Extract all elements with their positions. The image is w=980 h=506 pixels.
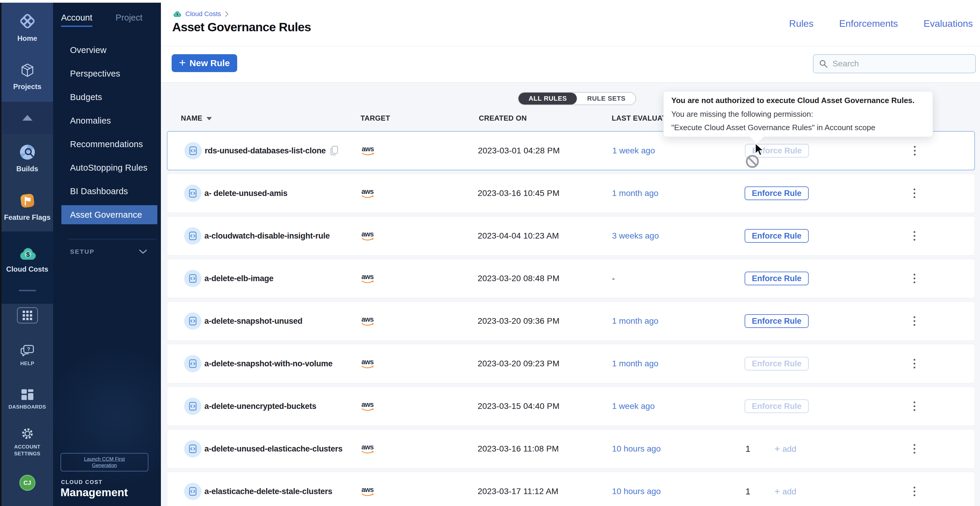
created-on-value: 2023-04-04 10:23 AM (477, 231, 559, 241)
toggle-all-rules[interactable]: ALL RULES (519, 93, 577, 105)
sidebar-setup-toggle[interactable]: SETUP (70, 244, 148, 259)
search-input[interactable] (832, 59, 970, 68)
last-evaluation-link[interactable]: 3 weeks ago (612, 231, 659, 241)
rail-item-feature-flags[interactable]: Feature Flags (2, 182, 53, 231)
last-evaluation-link[interactable]: 10 hours ago (612, 444, 660, 454)
enforce-rule-button[interactable]: Enforce Rule (745, 400, 809, 413)
table-row[interactable]: a-elasticache-delete-stale-clusters aws … (167, 472, 975, 506)
row-menu-button[interactable] (910, 314, 919, 328)
rail-item-dashboards[interactable]: DASHBOARDS (2, 389, 53, 411)
tooltip-line-3: "Execute Cloud Asset Governance Rules" i… (671, 123, 925, 132)
tab-project[interactable]: Project (116, 13, 142, 27)
svg-text:aws: aws (361, 316, 374, 323)
rail-label-cloud-costs: Cloud Costs (6, 265, 48, 273)
row-menu-button[interactable] (910, 484, 919, 498)
table-row[interactable]: a-delete-unencrypted-buckets aws 2023-03… (167, 387, 975, 426)
enforce-rule-button[interactable]: Enforce Rule (745, 229, 809, 243)
new-rule-button[interactable]: + New Rule (172, 54, 237, 72)
sidebar-divider (68, 239, 156, 240)
add-enforcement-link[interactable]: + add (775, 443, 796, 454)
table-row[interactable]: a-delete-elb-image aws 2023-03-20 08:48 … (167, 259, 975, 298)
table-row[interactable]: a-delete-snapshot-with-no-volume aws 202… (167, 344, 975, 383)
last-evaluation-link[interactable]: 1 week ago (612, 146, 655, 155)
rule-icon (184, 398, 201, 415)
rule-name-cell: a-delete-unencrypted-buckets (204, 402, 317, 411)
user-avatar[interactable]: CJ (19, 475, 35, 491)
rail-collapse-button[interactable] (2, 101, 53, 134)
rule-name: a-delete-unused-elasticache-clusters (204, 444, 342, 454)
mouse-cursor-icon (754, 143, 766, 158)
row-menu-button[interactable] (910, 271, 919, 286)
copy-icon[interactable] (330, 145, 339, 156)
nav-link-evaluations[interactable]: Evaluations (924, 18, 973, 29)
nav-link-enforcements[interactable]: Enforcements (839, 18, 898, 29)
row-menu-button[interactable] (910, 229, 919, 243)
last-evaluation-link[interactable]: 1 month ago (612, 359, 659, 368)
table-row[interactable]: a-delete-snapshot-unused aws 2023-03-20 … (167, 301, 975, 341)
created-on-value: 2023-03-15 04:40 PM (477, 401, 560, 411)
sidebar-item-anomalies[interactable]: Anomalies (53, 111, 161, 130)
row-menu-button[interactable] (910, 399, 919, 413)
svg-text:aws: aws (361, 486, 374, 493)
table-area: ALL RULES RULE SETS NAME TARGET CREATED … (161, 82, 980, 506)
svg-text:aws: aws (361, 230, 374, 238)
tooltip-line-2: You are missing the following permission… (671, 109, 925, 119)
launch-ccm-first-gen-button[interactable]: Launch CCM First Generation (60, 453, 148, 471)
nav-link-rules[interactable]: Rules (789, 18, 813, 29)
column-header-name[interactable]: NAME (181, 114, 212, 122)
sidebar-item-overview[interactable]: Overview (53, 41, 161, 60)
plus-icon: + (179, 56, 186, 69)
harness-logo-icon (18, 12, 37, 30)
search-icon (819, 59, 828, 69)
table-row[interactable]: a- delete-unused-amis aws 2023-03-16 10:… (167, 174, 975, 213)
row-menu-button[interactable] (910, 357, 919, 371)
enforce-rule-button[interactable]: Enforce Rule (745, 314, 809, 328)
rules-table-body: rds-unused-databases-list-clone aws 2023… (167, 131, 975, 506)
tab-account[interactable]: Account (61, 13, 92, 27)
last-evaluation-link[interactable]: 1 week ago (612, 401, 655, 411)
rail-item-home[interactable]: Home (2, 3, 53, 52)
table-row[interactable]: a-delete-unused-elasticache-clusters aws… (167, 429, 975, 468)
rule-name: a-delete-unencrypted-buckets (204, 402, 317, 411)
rule-name: a- delete-unused-amis (204, 189, 288, 198)
module-switcher-button[interactable] (17, 307, 38, 324)
rule-icon (184, 312, 201, 330)
window-top-strip (0, 0, 980, 3)
rail-label-feature-flags: Feature Flags (4, 213, 50, 222)
row-menu-button[interactable] (911, 144, 919, 158)
rail-item-help[interactable]: ? HELP (2, 344, 53, 367)
created-on-value: 2023-03-16 11:08 PM (477, 444, 559, 454)
sidebar-item-perspectives[interactable]: Perspectives (53, 64, 161, 83)
plus-icon: + (775, 443, 780, 454)
rail-item-account-settings[interactable]: ACCOUNT SETTINGS (2, 427, 53, 457)
enforce-rule-button[interactable]: Enforce Rule (745, 357, 809, 371)
breadcrumb-cloud-costs-link[interactable]: Cloud Costs (185, 10, 221, 18)
rule-name: a-delete-snapshot-with-no-volume (204, 359, 332, 368)
rule-icon (184, 440, 201, 457)
toggle-rule-sets[interactable]: RULE SETS (577, 93, 636, 105)
enforce-rule-button[interactable]: Enforce Rule (745, 186, 809, 200)
sidebar-item-recommendations[interactable]: Recommendations (53, 135, 161, 154)
sidebar-item-budgets[interactable]: Budgets (53, 87, 161, 106)
sidebar-item-bi-dashboards[interactable]: BI Dashboards (53, 182, 161, 201)
setup-label: SETUP (70, 248, 95, 255)
rail-item-cloud-costs[interactable]: $ Cloud Costs (2, 232, 53, 285)
rule-name: a-delete-elb-image (204, 274, 274, 283)
last-evaluation-link[interactable]: 1 month ago (612, 189, 659, 198)
sidebar-item-autostopping-rules[interactable]: AutoStopping Rules (53, 158, 161, 177)
table-row[interactable]: a-cloudwatch-disable-insight-rule aws 20… (167, 216, 975, 255)
last-evaluation-link[interactable]: 1 month ago (612, 316, 659, 326)
row-menu-button[interactable] (910, 442, 919, 456)
rail-label-projects: Projects (13, 82, 41, 91)
add-enforcement-link[interactable]: + add (775, 486, 796, 497)
search-box (813, 54, 976, 73)
rail-item-builds[interactable]: Builds (2, 134, 53, 182)
sidebar-item-asset-governance[interactable]: Asset Governance (61, 205, 158, 224)
rule-name-cell: a- delete-unused-amis (204, 189, 288, 198)
row-menu-button[interactable] (910, 186, 919, 200)
rail-item-projects[interactable]: Projects (2, 52, 53, 101)
enforce-rule-button[interactable]: Enforce Rule (745, 271, 809, 285)
last-evaluation-link[interactable]: 10 hours ago (612, 487, 660, 496)
rule-name: a-delete-snapshot-unused (204, 317, 302, 326)
rule-name-cell: a-delete-snapshot-with-no-volume (204, 359, 332, 368)
